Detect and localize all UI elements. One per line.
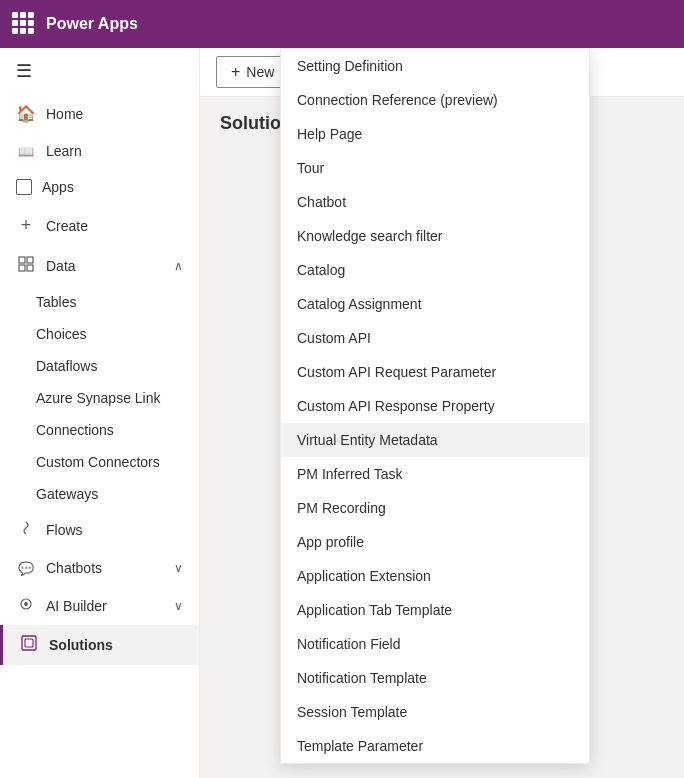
svg-point-5	[24, 602, 28, 606]
dropdown-item-custom-api-response-property[interactable]: Custom API Response Property	[281, 389, 589, 423]
sidebar-sub-choices[interactable]: Choices	[0, 318, 199, 350]
sidebar-item-apps[interactable]: Apps	[0, 169, 199, 205]
svg-rect-1	[27, 257, 33, 263]
data-chevron-icon: ∧	[174, 259, 183, 273]
hamburger-icon: ☰	[16, 60, 32, 82]
dropdown-item-application-extension[interactable]: Application Extension	[281, 559, 589, 593]
dropdown-item-catalog[interactable]: Catalog	[281, 253, 589, 287]
dropdown-item-catalog-assignment[interactable]: Catalog Assignment	[281, 287, 589, 321]
sidebar-item-learn[interactable]: 📖 Learn	[0, 133, 199, 169]
dropdown-item-application-tab-template[interactable]: Application Tab Template	[281, 593, 589, 627]
dropdown-item-setting-definition[interactable]: Setting Definition	[281, 49, 589, 83]
sidebar-sub-label-tables: Tables	[36, 294, 76, 310]
dropdown-item-app-profile[interactable]: App profile	[281, 525, 589, 559]
sidebar-sub-label-dataflows: Dataflows	[36, 358, 97, 374]
sidebar-label-chatbots: Chatbots	[46, 560, 164, 576]
solutions-icon	[19, 635, 39, 655]
home-icon: 🏠	[16, 104, 36, 123]
sidebar-label-data: Data	[46, 258, 164, 274]
dropdown-item-connection-reference[interactable]: Connection Reference (preview)	[281, 83, 589, 117]
sidebar-sub-azure-synapse[interactable]: Azure Synapse Link	[0, 382, 199, 414]
dropdown-item-custom-api-request-parameter[interactable]: Custom API Request Parameter	[281, 355, 589, 389]
sidebar-label-learn: Learn	[46, 143, 183, 159]
dropdown-item-help-page[interactable]: Help Page	[281, 117, 589, 151]
dropdown-item-knowledge-search-filter[interactable]: Knowledge search filter	[281, 219, 589, 253]
sidebar-label-solutions: Solutions	[49, 637, 183, 653]
dropdown-item-pm-inferred-task[interactable]: PM Inferred Task	[281, 457, 589, 491]
new-plus-icon: +	[231, 63, 240, 81]
sidebar-sub-tables[interactable]: Tables	[0, 286, 199, 318]
dropdown-item-template-parameter[interactable]: Template Parameter	[281, 729, 589, 763]
chatbots-chevron-icon: ∨	[174, 561, 183, 575]
sidebar-sub-label-custom-connectors: Custom Connectors	[36, 454, 160, 470]
sidebar-label-apps: Apps	[42, 179, 183, 195]
chatbots-icon: 💬	[16, 561, 36, 576]
sidebar: ☰ 🏠 Home 📖 Learn Apps + Create	[0, 48, 200, 778]
dropdown-item-notification-template[interactable]: Notification Template	[281, 661, 589, 695]
dropdown-menu: Setting DefinitionConnection Reference (…	[280, 48, 590, 764]
top-header: Power Apps	[0, 0, 684, 48]
sidebar-item-data[interactable]: Data ∧	[0, 246, 199, 286]
sidebar-sub-label-choices: Choices	[36, 326, 87, 342]
svg-rect-6	[22, 636, 36, 650]
sidebar-item-ai-builder[interactable]: AI Builder ∨	[0, 586, 199, 625]
svg-rect-7	[25, 639, 33, 647]
sidebar-sub-label-connections: Connections	[36, 422, 114, 438]
sidebar-sub-label-azure-synapse: Azure Synapse Link	[36, 390, 161, 406]
dropdown-item-custom-api[interactable]: Custom API	[281, 321, 589, 355]
main-area: ☰ 🏠 Home 📖 Learn Apps + Create	[0, 48, 684, 778]
hamburger-menu[interactable]: ☰	[0, 48, 199, 94]
flows-icon	[16, 520, 36, 540]
sidebar-item-chatbots[interactable]: 💬 Chatbots ∨	[0, 550, 199, 586]
sidebar-label-create: Create	[46, 218, 183, 234]
data-icon	[16, 256, 36, 276]
create-icon: +	[16, 215, 36, 236]
dropdown-item-virtual-entity-metadata[interactable]: Virtual Entity Metadata	[281, 423, 589, 457]
sidebar-item-flows[interactable]: Flows	[0, 510, 199, 550]
new-label: New	[246, 64, 274, 80]
waffle-icon[interactable]	[12, 12, 36, 36]
svg-rect-3	[27, 265, 33, 271]
svg-rect-2	[19, 265, 25, 271]
sidebar-sub-dataflows[interactable]: Dataflows	[0, 350, 199, 382]
sidebar-label-home: Home	[46, 106, 183, 122]
dropdown-item-notification-field[interactable]: Notification Field	[281, 627, 589, 661]
sidebar-label-ai-builder: AI Builder	[46, 598, 164, 614]
apps-icon	[16, 179, 32, 195]
sidebar-item-solutions[interactable]: Solutions	[0, 625, 199, 665]
dropdown-item-pm-recording[interactable]: PM Recording	[281, 491, 589, 525]
sidebar-label-flows: Flows	[46, 522, 183, 538]
content-area: + New ▾ Publi... Solutions Setting Defin…	[200, 48, 684, 778]
learn-icon: 📖	[16, 144, 36, 159]
app-title: Power Apps	[46, 15, 138, 33]
sidebar-item-home[interactable]: 🏠 Home	[0, 94, 199, 133]
sidebar-sub-custom-connectors[interactable]: Custom Connectors	[0, 446, 199, 478]
sidebar-sub-label-gateways: Gateways	[36, 486, 98, 502]
ai-builder-chevron-icon: ∨	[174, 599, 183, 613]
sidebar-sub-gateways[interactable]: Gateways	[0, 478, 199, 510]
dropdown-item-session-template[interactable]: Session Template	[281, 695, 589, 729]
dropdown-item-chatbot[interactable]: Chatbot	[281, 185, 589, 219]
ai-builder-icon	[16, 596, 36, 615]
sidebar-sub-connections[interactable]: Connections	[0, 414, 199, 446]
svg-rect-0	[19, 257, 25, 263]
sidebar-item-create[interactable]: + Create	[0, 205, 199, 246]
dropdown-item-tour[interactable]: Tour	[281, 151, 589, 185]
